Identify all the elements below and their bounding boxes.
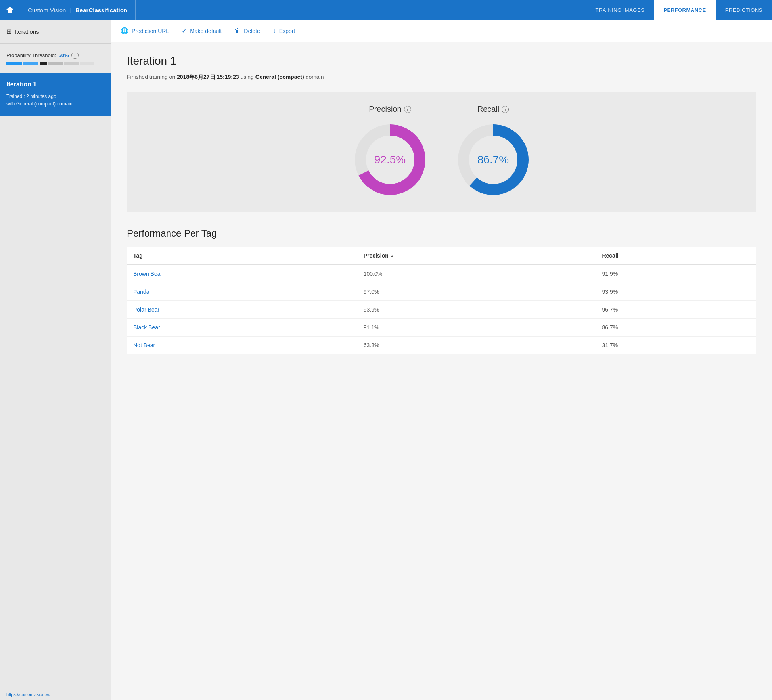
download-icon: ↓	[273, 27, 276, 34]
recall-cell: 91.9%	[596, 265, 756, 283]
export-button[interactable]: ↓ Export	[273, 26, 295, 36]
sidebar-header-label: Iterations	[15, 28, 39, 35]
home-button[interactable]	[0, 0, 20, 20]
training-info: Finished training on 2018年6月27日 15:19:23…	[127, 74, 756, 81]
performance-table: Tag Precision ▲ Recall Brown Bear100.0%9…	[127, 247, 756, 354]
threshold-section: Probability Threshold: 50% i	[0, 44, 111, 73]
table-header: Tag Precision ▲ Recall	[127, 247, 756, 265]
tab-training-images[interactable]: TRAINING IMAGES	[586, 0, 654, 20]
precision-info-icon[interactable]: i	[404, 106, 411, 113]
layers-icon: ⊞	[6, 28, 11, 35]
charts-section: Precision i 92.5%	[127, 92, 756, 212]
bar-seg-5	[64, 62, 79, 65]
table-row: Not Bear63.3%31.7%	[127, 337, 756, 354]
tag-cell[interactable]: Panda	[127, 283, 357, 301]
delete-button[interactable]: 🗑 Delete	[234, 26, 260, 36]
nav-brand-name: Custom Vision	[28, 7, 66, 13]
col-tag: Tag	[127, 247, 357, 265]
iteration-item-detail-1: Trained : 2 minutes ago	[6, 93, 105, 100]
table-body: Brown Bear100.0%91.9%Panda97.0%93.9%Pola…	[127, 265, 756, 354]
precision-cell: 97.0%	[357, 283, 596, 301]
table-row: Brown Bear100.0%91.9%	[127, 265, 756, 283]
bar-seg-1	[6, 62, 22, 65]
nav-tabs: TRAINING IMAGES PERFORMANCE PREDICTIONS	[586, 0, 772, 20]
tag-cell[interactable]: Brown Bear	[127, 265, 357, 283]
export-label: Export	[279, 28, 295, 34]
recall-cell: 86.7%	[596, 319, 756, 337]
threshold-info-icon[interactable]: i	[71, 52, 79, 59]
perf-section-title: Performance Per Tag	[127, 228, 756, 239]
bar-seg-2	[23, 62, 38, 65]
table-row: Black Bear91.1%86.7%	[127, 319, 756, 337]
top-nav: Custom Vision | BearClassification TRAIN…	[0, 0, 772, 20]
tab-predictions[interactable]: PREDICTIONS	[716, 0, 772, 20]
sort-icon: ▲	[390, 254, 394, 258]
precision-donut-chart: 92.5%	[351, 120, 430, 199]
tag-cell[interactable]: Not Bear	[127, 337, 357, 354]
tag-cell[interactable]: Black Bear	[127, 319, 357, 337]
table-row: Panda97.0%93.9%	[127, 283, 756, 301]
bar-seg-3	[40, 62, 47, 65]
col-recall: Recall	[596, 247, 756, 265]
col-precision[interactable]: Precision ▲	[357, 247, 596, 265]
main-content: 🌐 Prediction URL ✓ Make default 🗑 Delete…	[111, 20, 772, 700]
tag-cell[interactable]: Polar Bear	[127, 301, 357, 319]
precision-cell: 93.9%	[357, 301, 596, 319]
tab-performance[interactable]: PERFORMANCE	[654, 0, 715, 20]
nav-brand: Custom Vision | BearClassification	[20, 0, 136, 20]
recall-chart-container: Recall i 86.7%	[454, 105, 533, 199]
recall-chart-title: Recall i	[477, 105, 509, 114]
precision-chart-container: Precision i 92.5%	[351, 105, 430, 199]
iteration-item-detail-2: with General (compact) domain	[6, 100, 105, 108]
iteration-item-title: Iteration 1	[6, 81, 105, 88]
table-row: Polar Bear93.9%96.7%	[127, 301, 756, 319]
layout: ⊞ Iterations Probability Threshold: 50% …	[0, 20, 772, 700]
sidebar: ⊞ Iterations Probability Threshold: 50% …	[0, 20, 111, 700]
recall-cell: 96.7%	[596, 301, 756, 319]
precision-cell: 63.3%	[357, 337, 596, 354]
bar-seg-6	[80, 62, 94, 65]
prediction-url-button[interactable]: 🌐 Prediction URL	[121, 25, 169, 36]
make-default-label: Make default	[190, 28, 222, 34]
checkmark-icon: ✓	[182, 27, 187, 34]
precision-chart-title: Precision i	[369, 105, 411, 114]
bar-seg-4	[48, 62, 63, 65]
recall-value: 86.7%	[477, 153, 509, 166]
page-title: Iteration 1	[127, 55, 756, 67]
recall-cell: 93.9%	[596, 283, 756, 301]
status-url: https://customvision.ai/	[6, 692, 50, 697]
precision-cell: 91.1%	[357, 319, 596, 337]
nav-project: BearClassification	[75, 7, 127, 13]
delete-label: Delete	[244, 28, 260, 34]
threshold-value: 50%	[59, 52, 69, 58]
toolbar: 🌐 Prediction URL ✓ Make default 🗑 Delete…	[111, 20, 772, 42]
precision-value: 92.5%	[374, 153, 406, 166]
precision-cell: 100.0%	[357, 265, 596, 283]
content-area: Iteration 1 Finished training on 2018年6月…	[111, 42, 772, 367]
recall-cell: 31.7%	[596, 337, 756, 354]
recall-donut-chart: 86.7%	[454, 120, 533, 199]
iteration-list-item[interactable]: Iteration 1 Trained : 2 minutes ago with…	[0, 73, 111, 116]
trash-icon: 🗑	[234, 27, 241, 34]
sidebar-header: ⊞ Iterations	[0, 20, 111, 44]
threshold-bar	[6, 62, 105, 65]
globe-icon: 🌐	[121, 27, 128, 34]
prediction-url-label: Prediction URL	[132, 28, 169, 34]
make-default-button[interactable]: ✓ Make default	[182, 25, 222, 36]
status-bar: https://customvision.ai/	[0, 689, 111, 700]
threshold-label: Probability Threshold: 50% i	[6, 52, 105, 59]
recall-info-icon[interactable]: i	[502, 106, 509, 113]
